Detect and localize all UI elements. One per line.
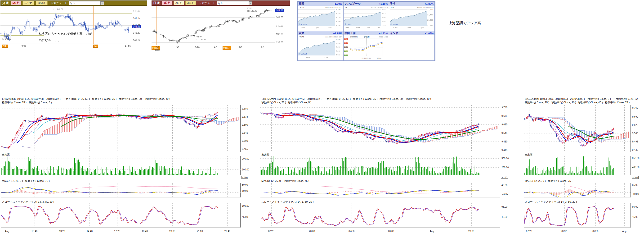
mini-axis-tick: 1,790 [336,9,340,11]
chart-title: 日経225mini 10/09( 5分, 2010/07/28 - 2010/0… [2,97,170,101]
mini-axis-tick: 7,800 [336,50,340,52]
user-note-line1: 株先高にもかかわらず債券も高いのが [39,32,92,36]
compare-chart-label: 比較チャート [200,2,216,5]
minute-chart-area: 141.91 H : 142.03 16:55 L: 141.85 株先高にもか… [0,6,147,44]
asia-markets-grid: 韓国 +1.30% ^KS11 Aug 02 04:59pm KST © Yah… [298,1,436,61]
x-axis-label: 07/29 [561,230,567,232]
stoch-axis-tick: 95.00 [632,205,638,208]
market-card-header: 香港 +1.82% [389,2,434,6]
price-axis-tick: 9,680 [242,107,248,110]
quote-timestamp: Aug 02 01:25pm CST [325,36,342,38]
interval-5min-button[interactable]: 5分足 [11,1,21,5]
tech-panel-30min: 日経225mini 10/09( 30分, 2010/07/23 - 2010/… [524,97,644,235]
interval-30min-button[interactable]: 30分足 [36,1,48,5]
ticker-symbol: ^TWII [299,36,304,38]
stochastics-canvas [1,203,240,227]
volume-unit-badge: × 100 [501,176,508,179]
macd-label: MACD( 12, 26, 9 ) 移動平均( Close, 75 ) [525,179,572,183]
interval-1day-button[interactable]: 1日足 [162,1,172,5]
macd-label: MACD( 12, 26, 9 ) 移動平均( Close, 75 ) [262,179,309,183]
interval-3day-button[interactable]: 3日足 [186,1,196,5]
mini-time-label: 10am [306,56,310,58]
stoch-axis-tick: 45.00 [632,215,638,218]
market-name-link[interactable]: 中国 上海 [344,32,356,35]
bond-minute-chart-panel: 分 足 5分足 10分足 30分足 比較チャート なし ▼ 141.91 H :… [0,1,147,49]
price-axis-tick: 9,455 [242,148,248,150]
user-note-line2: 気になる、、、 [39,38,60,42]
mini-axis-tick: 1,760 [336,20,340,22]
chart-indicator-list: 移動平均( Close, 25 ) 移動平均( Close, 20 ) 移動平均… [525,101,630,104]
stoch-axis-tick: 45.00 [502,215,508,218]
price-axis-tick: 142.02 [133,10,140,12]
price-axis-tick: 141.00 [276,16,284,19]
compare-chart-select[interactable]: なし ▼ [69,1,104,5]
minute-chart-toolbar: 分 足 5分足 10分足 30分足 比較チャート なし ▼ [0,1,147,6]
market-mini-chart: ^HSI Aug 02 03:36pm HKT © Yahoo! 21,6002… [389,6,434,31]
x-axis-label: 21:20 [197,230,203,232]
year-label: 2010 [155,49,160,52]
market-mini-chart: ^KS11 Aug 02 04:59pm KST © Yahoo! 1,7901… [298,6,343,31]
tech-panel-5min: 日経225mini 10/09( 5分, 2010/07/28 - 2010/0… [1,97,253,235]
time-label: 9:05 [22,45,26,47]
price-axis-tick: 141.92 [133,24,140,27]
mini-axis-tick: 7,850 [336,46,340,48]
volume-label: 出来高 [2,153,10,156]
compare-chart-value: なし [218,2,224,5]
x-axis-label: 20:00 [309,230,315,232]
price-axis-tick: 9,480 [502,140,508,143]
market-name-link[interactable]: 香港 [390,2,396,6]
mini-axis-tick: 1,770 [336,16,340,19]
volume-axis-tick: 230.00 [502,166,509,169]
mini-time-label: 10am [300,27,305,29]
x-axis-label: Aug [5,230,9,232]
volume-chart [524,156,631,175]
price-axis-tick: 140.00 [276,25,284,27]
market-card-header: 中国 上海 +1.33% [344,31,389,35]
market-mini-chart [389,35,434,61]
price-axis-tick: 141.82 [133,39,140,41]
price-axis-tick: 9,590 [242,123,248,126]
yahoo-credit: © Yahoo! [345,23,352,25]
x-axis-label: 20:00 [468,230,474,232]
mini-time-label: 12pm [407,27,411,29]
price-canvas [260,105,500,152]
interval-10min-button[interactable]: 10分足 [22,1,34,5]
market-card-taiwan: 台湾 +1.95% ^TWII Aug 02 01:25pm CST © Yah… [298,31,343,61]
market-mini-chart: ^TWII Aug 02 01:25pm CST © Yahoo! 7,9507… [298,35,343,61]
date-label: 8/2 [93,45,98,48]
compare-chart-select[interactable]: なし ▼ [217,1,252,5]
interval-2day-button[interactable]: 2日足 [174,1,184,5]
market-name-link[interactable]: 台湾 [299,32,304,35]
volume-axis-tick: 400.00 [632,166,640,168]
macd-axis-tick: 45.00 [502,184,508,186]
price-chart [1,105,240,152]
stochastics-label: スロー・ストキャスティクス( 14, 3, 80, 20 ) [525,200,577,204]
market-card-singapore: シンガポール +1.16% ^STI Aug 02 04:54pm SGT © … [343,2,389,31]
price-axis-tick: 9,635 [242,115,248,118]
yahoo-credit: © Yahoo! [299,23,307,25]
daily-chart-toolbar: 日 足 1日足 2日足 3日足 比較チャート なし ▼ [152,1,290,6]
low-price-annotation: L: 141.85 [2,38,11,40]
date-label: 4/5 [176,46,179,49]
chevron-down-icon: ▼ [100,2,104,5]
x-axis-label: 20:00 [388,230,394,232]
macd-axis-tick: 55.00 [632,183,638,186]
market-name-link[interactable]: シンガポール [344,2,360,6]
stochastics-chart [1,203,240,227]
price-axis-tick: 9,610 [502,123,508,126]
market-name-link[interactable]: 韓国 [299,2,304,6]
price-axis-tick: 9,690 [632,115,638,118]
stochastics-chart [260,203,500,227]
sina-time-label: 15:00 [377,57,382,59]
x-axis-label: 17:20 [114,230,120,232]
date-label: 7/30 [2,45,8,48]
bond-daily-chart-panel: 日 足 1日足 2日足 3日足 比較チャート なし ▼ 141.81 07/22… [152,1,290,51]
x-axis-label: 20:00 [169,230,175,232]
market-name-link[interactable]: インド [390,32,398,35]
date-label: 8/2 [261,46,264,49]
volume-axis-tick: 500.00 [502,157,509,159]
market-card-hongkong: 香港 +1.82% ^HSI Aug 02 03:36pm HKT © Yaho… [389,2,435,31]
contract-month-label: 03限月 [222,46,231,50]
market-card-india: インド +1.08% [389,31,435,61]
market-change: +1.82% [424,2,434,5]
